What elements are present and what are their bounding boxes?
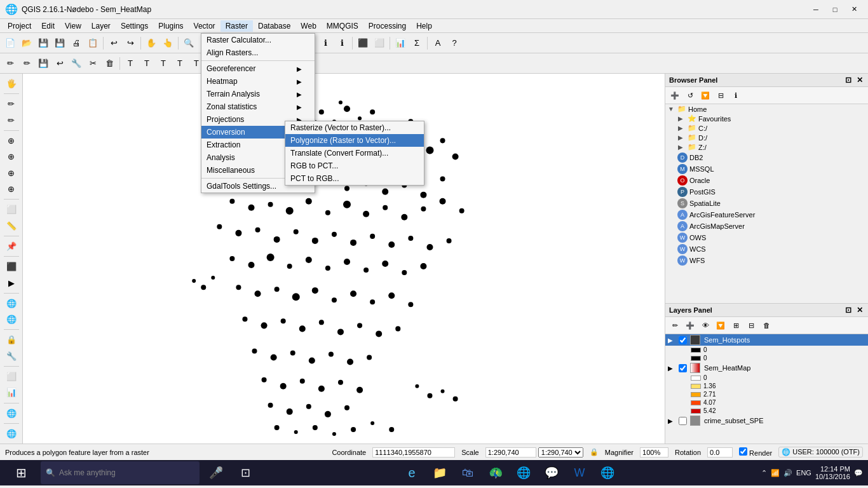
layers-edit-btn[interactable]: ✏: [668, 318, 682, 332]
raster-calc-item[interactable]: Raster Calculator...: [201, 34, 315, 46]
georeferencer-item[interactable]: Georeferencer ▶: [201, 62, 315, 75]
menu-project[interactable]: Project: [3, 20, 36, 32]
zonal-item[interactable]: Zonal statistics ▶: [201, 100, 315, 113]
menu-raster[interactable]: Raster: [220, 20, 253, 32]
taskbar-explorer[interactable]: 📁: [427, 461, 452, 484]
tree-d[interactable]: ▶ 📁 D:/: [665, 133, 868, 142]
lt-btn-7[interactable]: ⊕: [3, 182, 20, 196]
menu-help[interactable]: Help: [411, 20, 437, 32]
systray-network[interactable]: 📶: [771, 469, 780, 477]
undo-btn[interactable]: ↩: [106, 36, 121, 51]
taskbar-tasks-btn[interactable]: ⊡: [233, 461, 258, 484]
layers-filter-btn[interactable]: 🔽: [714, 318, 728, 332]
tree-oracle[interactable]: O Oracle: [665, 175, 868, 186]
systray-arrow[interactable]: ⌃: [761, 469, 767, 477]
label-btn4[interactable]: T: [156, 56, 171, 71]
menu-settings[interactable]: Settings: [116, 20, 153, 32]
new-project-btn[interactable]: 📄: [3, 36, 18, 51]
lt-btn-14[interactable]: 🌐: [3, 312, 20, 327]
taskbar-cortana-btn[interactable]: 🎤: [203, 461, 229, 484]
taskbar-chrome[interactable]: 🌐: [511, 461, 536, 484]
polygonize-item[interactable]: Polygonize (Raster to Vector)...: [285, 134, 424, 147]
lt-btn-1[interactable]: 🖐: [3, 76, 20, 91]
tree-wfs[interactable]: W WFS: [665, 255, 868, 266]
magnifier-input[interactable]: [640, 447, 668, 458]
coordinate-input[interactable]: [372, 447, 455, 458]
lt-btn-11[interactable]: ⬛: [3, 259, 20, 274]
menu-processing[interactable]: Processing: [363, 20, 411, 32]
lt-btn-9[interactable]: 📏: [3, 219, 20, 233]
tree-mssql[interactable]: M MSSQL: [665, 163, 868, 175]
label-btn5[interactable]: T: [172, 56, 187, 71]
print-compose-btn[interactable]: 📋: [85, 36, 100, 51]
tree-c[interactable]: ▶ 📁 C:/: [665, 123, 868, 133]
tree-db2[interactable]: D DB2: [665, 152, 868, 163]
lt-btn-15[interactable]: 🔒: [3, 332, 20, 347]
taskbar-word[interactable]: W: [567, 461, 592, 484]
layer-sem-hotspots[interactable]: ▶ Sem_Hotspots: [665, 334, 868, 346]
label-btn[interactable]: A: [430, 36, 445, 51]
select-btn[interactable]: ⬛: [355, 36, 370, 51]
lt-btn-19[interactable]: 🌐: [3, 405, 20, 420]
tree-spatialite[interactable]: S SpatiaLite: [665, 198, 868, 209]
lt-btn-16[interactable]: 🔧: [3, 349, 20, 363]
layers-float-btn[interactable]: ⊡: [844, 306, 853, 315]
scale-input[interactable]: [485, 447, 536, 458]
tree-home[interactable]: ▼ 📁 Home: [665, 104, 868, 114]
rotation-input[interactable]: [707, 447, 733, 458]
systray-volume[interactable]: 🔊: [783, 469, 792, 477]
lt-btn-12[interactable]: ▶: [3, 275, 20, 290]
browser-close-btn[interactable]: ✕: [855, 76, 864, 85]
systray-lang[interactable]: ENG: [796, 469, 811, 477]
digit-btn1[interactable]: ✏: [3, 56, 18, 71]
pan-map-btn[interactable]: 👆: [160, 36, 175, 51]
render-checkbox[interactable]: [739, 447, 747, 456]
browser-collapse-btn[interactable]: ⊟: [714, 88, 728, 102]
layer-sem-heatmap[interactable]: ▶ Sem_HeatMap: [665, 362, 868, 374]
menu-plugins[interactable]: Plugins: [153, 20, 188, 32]
save-as-btn[interactable]: 💾: [52, 36, 67, 51]
tree-arcgis-feature[interactable]: A ArcGisFeatureServer: [665, 209, 868, 220]
taskbar-skype[interactable]: 💬: [539, 461, 564, 484]
layer-heatmap-visibility[interactable]: [679, 364, 687, 372]
lt-btn-4[interactable]: ⊕: [3, 133, 20, 148]
terrain-item[interactable]: Terrain Analysis ▶: [201, 88, 315, 100]
menu-vector[interactable]: Vector: [189, 20, 220, 32]
digit-btn3[interactable]: 💾: [36, 56, 51, 71]
lt-btn-2[interactable]: ✏: [3, 97, 20, 111]
menu-view[interactable]: View: [60, 20, 86, 32]
help-btn[interactable]: ?: [447, 36, 462, 51]
save-btn[interactable]: 💾: [36, 36, 51, 51]
layers-expand-btn[interactable]: ⊞: [729, 318, 743, 332]
heatmap-item[interactable]: Heatmap ▶: [201, 75, 315, 88]
lt-btn-5[interactable]: ⊕: [3, 149, 20, 164]
rasterize-item[interactable]: Rasterize (Vector to Raster)...: [285, 121, 424, 134]
redo-btn[interactable]: ↪: [123, 36, 138, 51]
zoom-in-btn[interactable]: 🔍: [181, 36, 196, 51]
menu-web[interactable]: Web: [295, 20, 321, 32]
minimize-button[interactable]: ─: [807, 3, 825, 16]
tree-ows[interactable]: W OWS: [665, 232, 868, 243]
layers-collapse-btn[interactable]: ⊟: [744, 318, 758, 332]
tree-z[interactable]: ▶ 📁 Z:/: [665, 142, 868, 152]
open-btn[interactable]: 📂: [19, 36, 34, 51]
print-btn[interactable]: 🖨: [69, 36, 84, 51]
taskbar-search[interactable]: 🔍 Ask me anything: [41, 461, 200, 484]
rgb-to-pct-item[interactable]: RGB to PCT...: [285, 159, 424, 172]
browser-float-btn[interactable]: ⊡: [844, 76, 853, 85]
attr-table-btn[interactable]: 📊: [393, 36, 408, 51]
lt-btn-10[interactable]: 📌: [3, 239, 20, 254]
tree-arcgis-map[interactable]: A ArcGisMapServer: [665, 220, 868, 232]
deselect-btn[interactable]: ⬜: [372, 36, 387, 51]
lt-btn-20[interactable]: 🌐: [3, 426, 20, 441]
layers-remove-btn[interactable]: 🗑: [759, 318, 773, 332]
taskbar-store[interactable]: 🛍: [455, 461, 480, 484]
browser-filter-btn[interactable]: 🔽: [698, 88, 712, 102]
label-btn3[interactable]: T: [139, 56, 154, 71]
tree-postgis[interactable]: P PostGIS: [665, 186, 868, 198]
translate-item[interactable]: Translate (Convert Format)...: [285, 147, 424, 159]
digit-btn7[interactable]: 🗑: [102, 56, 117, 71]
layer-hotspots-visibility[interactable]: [679, 336, 687, 344]
scale-select[interactable]: 1:290,740: [538, 447, 583, 458]
taskbar-nbc[interactable]: 🦚: [483, 461, 508, 484]
